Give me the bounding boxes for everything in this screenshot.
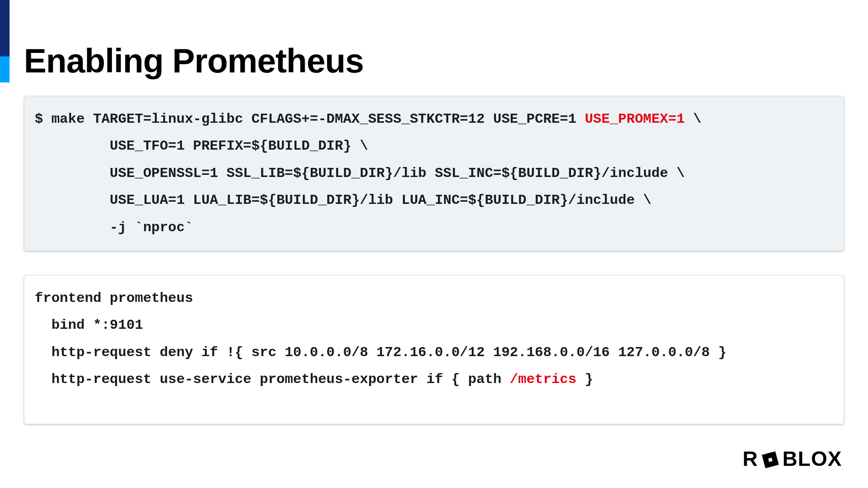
logo-text-left: R	[743, 447, 758, 471]
logo-text-right: BLOX	[783, 447, 842, 471]
code-highlight: USE_PROMEX=1	[585, 111, 684, 127]
code-line: http-request use-service prometheus-expo…	[35, 371, 510, 387]
code-line: -j `nproc`	[35, 219, 193, 236]
code-line: USE_LUA=1 LUA_LIB=${BUILD_DIR}/lib LUA_I…	[35, 192, 651, 208]
code-block-config: frontend prometheus bind *:9101 http-req…	[24, 275, 844, 424]
code-line: $ make TARGET=linux-glibc CFLAGS+=-DMAX_…	[35, 111, 585, 127]
code-line: USE_TFO=1 PREFIX=${BUILD_DIR} \	[35, 138, 368, 154]
page-title: Enabling Prometheus	[24, 0, 844, 81]
code-line: bind *:9101	[35, 317, 143, 333]
accent-bar-dark	[0, 0, 10, 56]
code-line: frontend prometheus	[35, 290, 193, 306]
code-highlight: /metrics	[510, 371, 577, 387]
code-line: USE_OPENSSL=1 SSL_LIB=${BUILD_DIR}/lib S…	[35, 165, 685, 181]
roblox-logo: R BLOX	[743, 447, 842, 471]
code-line: http-request deny if !{ src 10.0.0.0/8 1…	[35, 344, 727, 360]
logo-tilt-icon	[761, 449, 780, 468]
slide-content: Enabling Prometheus $ make TARGET=linux-…	[24, 0, 844, 488]
accent-bar-light	[0, 56, 10, 82]
code-line: \	[685, 111, 701, 127]
code-block-make: $ make TARGET=linux-glibc CFLAGS+=-DMAX_…	[24, 96, 844, 251]
code-line: }	[576, 371, 593, 387]
